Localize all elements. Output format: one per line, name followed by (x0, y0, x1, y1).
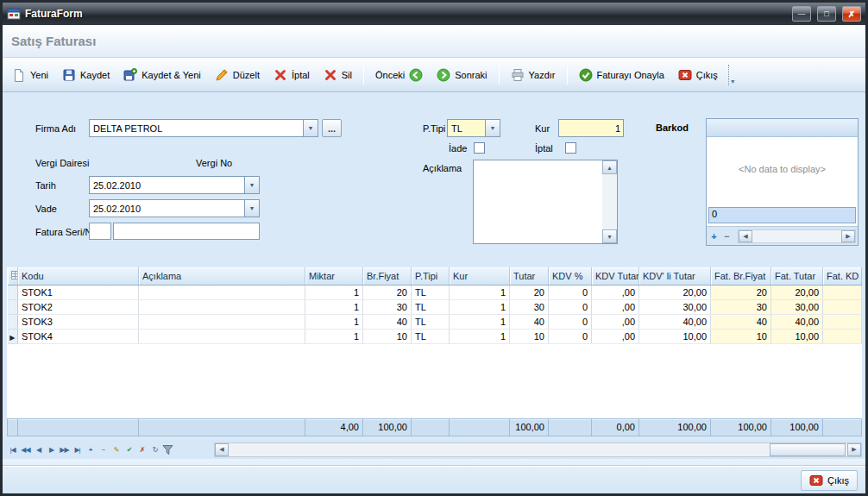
delete-button[interactable]: Sil (318, 65, 358, 85)
cell-fat-br-fiyat[interactable]: 40 (711, 314, 771, 329)
cell-fat-tutar[interactable]: 40,00 (771, 314, 823, 329)
nav-next-button[interactable]: ▶ (45, 443, 58, 456)
column-header-miktar[interactable]: Miktar (305, 267, 363, 285)
cell-kodu[interactable]: STOK1 (18, 285, 139, 299)
minimize-button[interactable]: — (792, 6, 811, 22)
cell-aciklama[interactable] (139, 314, 305, 329)
cell-miktar[interactable]: 1 (305, 329, 363, 343)
nav-edit-button[interactable]: ✎ (110, 443, 123, 456)
cell-kur[interactable]: 1 (450, 329, 510, 343)
cell-kdv-tutari[interactable]: ,00 (592, 285, 639, 299)
current-row-indicator[interactable] (8, 329, 18, 343)
column-header-kdv-tutari[interactable]: KDV Tutarı (592, 267, 639, 285)
scroll-down-icon[interactable]: ▼ (602, 229, 617, 243)
column-header-aciklama[interactable]: Açıklama (139, 267, 305, 285)
tarih-combo[interactable]: 25.02.2010 (89, 176, 260, 194)
column-header-fat-kd[interactable]: Fat. KD (823, 267, 862, 285)
firma-lookup-button[interactable]: ... (322, 119, 342, 137)
cell-kdv-tutari[interactable]: ,00 (592, 314, 639, 329)
cell-miktar[interactable]: 1 (305, 314, 363, 329)
scroll-left-icon[interactable]: ◀ (739, 230, 752, 242)
cell-kdv-tutari[interactable]: ,00 (592, 299, 639, 314)
edit-button[interactable]: Düzelt (209, 65, 266, 85)
next-button[interactable]: Sonraki (431, 65, 493, 85)
aciklama-textarea[interactable]: ▲ ▼ (473, 160, 618, 244)
column-header-kodu[interactable]: Kodu (18, 267, 139, 285)
cell-fat-tutar[interactable]: 10,00 (771, 329, 823, 343)
maximize-button[interactable]: □ (817, 6, 836, 22)
scroll-left-icon[interactable]: ◀ (215, 443, 229, 456)
cell-kdv-pct[interactable]: 0 (549, 285, 592, 299)
chevron-down-icon[interactable] (244, 177, 259, 193)
row-indicator[interactable] (8, 299, 18, 314)
chevron-down-icon[interactable] (244, 200, 259, 217)
cell-kodu[interactable]: STOK3 (18, 314, 139, 329)
save-and-new-button[interactable]: Kaydet & Yeni (117, 65, 207, 85)
cell-fat-kd[interactable] (823, 299, 862, 314)
cell-br-fiyat[interactable]: 20 (363, 285, 412, 299)
cell-miktar[interactable]: 1 (305, 285, 363, 299)
cell-kdv-pct[interactable]: 0 (549, 329, 592, 343)
cell-kodu[interactable]: STOK2 (18, 299, 139, 314)
exit-button-toolbar[interactable]: Çıkış (672, 65, 724, 85)
cell-kdv-pct[interactable]: 0 (549, 299, 592, 314)
new-button[interactable]: Yeni (6, 65, 54, 85)
barkod-add-button[interactable]: + (708, 230, 720, 242)
iptal-checkbox[interactable] (565, 142, 576, 154)
cell-miktar[interactable]: 1 (305, 299, 363, 314)
column-header-fat-tutar[interactable]: Fat. Tutar (771, 267, 823, 285)
scrollbar-thumb[interactable] (770, 443, 846, 456)
toolbar-overflow-grip[interactable]: ▾ (728, 65, 737, 85)
fatura-no-input[interactable] (113, 223, 260, 240)
column-header-kur[interactable]: Kur (450, 267, 510, 285)
cell-kdv-tutari[interactable]: ,00 (592, 329, 639, 343)
barkod-column-header[interactable] (707, 119, 858, 137)
cell-kur[interactable]: 1 (450, 285, 510, 299)
cell-p-tipi[interactable]: TL (412, 299, 450, 314)
cell-tutar[interactable]: 20 (510, 285, 549, 299)
nav-cancel-button[interactable]: ✗ (135, 443, 148, 456)
nav-delete-button[interactable]: − (97, 443, 110, 456)
column-header-br-fiyat[interactable]: Br.Fiyat (363, 267, 412, 285)
scroll-up-icon[interactable]: ▲ (602, 160, 617, 174)
column-header-tutar[interactable]: Tutar (510, 267, 549, 285)
barkod-horizontal-scrollbar[interactable]: ◀ ▶ (738, 229, 856, 243)
cell-aciklama[interactable] (139, 285, 305, 299)
exit-button[interactable]: Çıkış (801, 470, 858, 491)
cell-kur[interactable]: 1 (450, 314, 510, 329)
cell-fat-kd[interactable] (823, 314, 862, 329)
row-indicator[interactable] (8, 314, 18, 329)
cell-br-fiyat[interactable]: 30 (363, 299, 412, 314)
barkod-remove-button[interactable]: − (721, 230, 733, 242)
iade-checkbox[interactable] (474, 142, 485, 154)
approve-invoice-button[interactable]: Faturayı Onayla (573, 65, 670, 85)
nav-prev-button[interactable]: ◀ (32, 443, 45, 456)
cell-fat-br-fiyat[interactable]: 20 (711, 285, 771, 299)
vertical-scrollbar[interactable]: ▲ ▼ (602, 160, 617, 243)
cell-br-fiyat[interactable]: 40 (363, 314, 412, 329)
chevron-down-icon[interactable] (485, 120, 500, 136)
cell-kdvli-tutar[interactable]: 40,00 (639, 314, 711, 329)
cell-tutar[interactable]: 30 (510, 299, 549, 314)
title-bar[interactable]: FaturaForm — □ ✗ (3, 3, 865, 25)
filter-funnel-icon[interactable] (161, 443, 174, 456)
nav-prev-page-button[interactable]: ◀◀ (19, 443, 32, 456)
nav-refresh-button[interactable]: ↻ (148, 443, 161, 456)
cell-kodu[interactable]: STOK4 (18, 329, 139, 343)
cell-fat-br-fiyat[interactable]: 10 (711, 329, 771, 343)
column-header-p-tipi[interactable]: P.Tipi (412, 267, 450, 285)
column-header-fat-br-fiyat[interactable]: Fat. Br.Fiyat (711, 267, 771, 285)
nav-last-button[interactable]: ▶| (71, 443, 84, 456)
cell-p-tipi[interactable]: TL (412, 329, 450, 343)
cell-p-tipi[interactable]: TL (412, 314, 450, 329)
cell-kdvli-tutar[interactable]: 20,00 (639, 285, 711, 299)
cell-aciklama[interactable] (139, 299, 305, 314)
barkod-value-cell[interactable]: 0 (708, 207, 856, 223)
cell-fat-kd[interactable] (823, 329, 862, 343)
cell-kdvli-tutar[interactable]: 30,00 (639, 299, 711, 314)
cell-tutar[interactable]: 40 (510, 314, 549, 329)
grid-horizontal-scrollbar[interactable]: ◀ ▶ (214, 443, 862, 457)
fatura-seri-input[interactable] (89, 223, 111, 240)
nav-first-button[interactable]: |◀ (6, 443, 19, 456)
scroll-right-icon[interactable]: ▶ (847, 443, 861, 456)
